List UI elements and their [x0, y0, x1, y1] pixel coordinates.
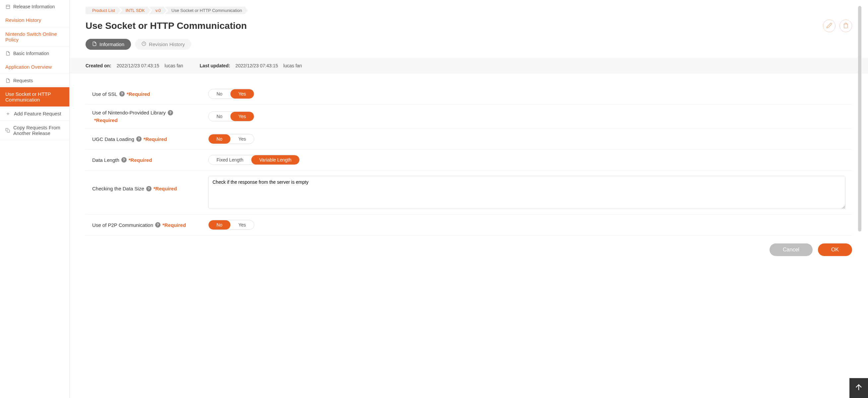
clock-icon — [142, 41, 146, 47]
toggle-ssl-no[interactable]: No — [209, 89, 230, 98]
toggle-variable-length[interactable]: Variable Length — [251, 155, 300, 164]
footer-actions: Cancel OK — [86, 236, 852, 264]
sidebar-section-label: Requests — [13, 78, 33, 83]
sidebar-item-label: Add Feature Request — [14, 111, 61, 116]
copy-icon — [5, 128, 10, 133]
sidebar-item-nso-policy[interactable]: Nintendo Switch Online Policy — [0, 27, 69, 47]
main-content: Product List INTL SDK v.0 Use Socket or … — [70, 0, 868, 398]
tab-revision-history[interactable]: Revision History — [135, 39, 191, 50]
toggle-fixed-length[interactable]: Fixed Length — [209, 155, 251, 164]
updated-date: 2022/12/23 07:43:15 — [236, 63, 278, 68]
document-icon — [92, 41, 97, 47]
required-badge: *Required — [92, 117, 202, 123]
breadcrumb-current: Use Socket or HTTP Communication — [165, 7, 248, 14]
pencil-icon — [826, 23, 832, 30]
toggle-ugc-no[interactable]: No — [209, 134, 230, 144]
sidebar-item-label: Copy Requests From Another Release — [13, 125, 64, 136]
edit-button[interactable] — [823, 20, 836, 32]
svg-rect-0 — [6, 5, 10, 8]
form-row-nintendo-lib: Use of Nintendo-Provided Library ? *Requ… — [86, 104, 852, 129]
help-icon[interactable]: ? — [136, 136, 142, 142]
sidebar-item-add-feature[interactable]: Add Feature Request — [0, 107, 69, 121]
toggle-ssl-yes[interactable]: Yes — [230, 89, 254, 98]
toggle-p2p-no[interactable]: No — [209, 220, 230, 229]
sidebar-item-app-overview[interactable]: Application Overview — [0, 60, 69, 74]
plus-icon — [5, 111, 10, 116]
created-date: 2022/12/23 07:43:15 — [117, 63, 159, 68]
tab-label: Revision History — [149, 41, 185, 47]
arrow-up-icon — [854, 383, 863, 393]
created-user: lucas fan — [164, 63, 183, 68]
toggle-nintendo-lib-no[interactable]: No — [209, 112, 230, 121]
toggle-p2p: No Yes — [208, 220, 254, 230]
toggle-p2p-yes[interactable]: Yes — [230, 220, 254, 229]
required-badge: *Required — [154, 186, 177, 191]
toggle-data-length: Fixed Length Variable Length — [208, 155, 300, 165]
sidebar-item-copy-requests[interactable]: Copy Requests From Another Release — [0, 121, 69, 140]
breadcrumb-intl-sdk[interactable]: INTL SDK — [119, 7, 151, 14]
form-row-data-size: Checking the Data Size ? *Required — [86, 171, 852, 215]
delete-button[interactable] — [839, 20, 852, 32]
toggle-ugc: No Yes — [208, 134, 254, 144]
required-badge: *Required — [129, 157, 152, 163]
form-row-p2p: Use of P2P Communication ? *Required No … — [86, 215, 852, 236]
form-row-data-length: Data Length ? *Required Fixed Length Var… — [86, 150, 852, 171]
updated-user: lucas fan — [283, 63, 302, 68]
scrollbar[interactable] — [858, 6, 861, 232]
help-icon[interactable]: ? — [119, 91, 125, 96]
sidebar-section-release-info: Release Information — [0, 0, 69, 13]
created-label: Created on: — [86, 63, 112, 68]
sidebar-section-label: Release Information — [13, 4, 55, 9]
tab-label: Information — [99, 41, 124, 47]
form-row-ssl: Use of SSL ? *Required No Yes — [86, 84, 852, 104]
help-icon[interactable]: ? — [155, 222, 160, 227]
toggle-nintendo-lib: No Yes — [208, 112, 254, 121]
sidebar: Release Information Revision History Nin… — [0, 0, 70, 398]
form-row-ugc: UGC Data Loading ? *Required No Yes — [86, 129, 852, 150]
required-badge: *Required — [127, 91, 150, 97]
document-icon — [5, 78, 10, 83]
help-icon[interactable]: ? — [121, 157, 127, 162]
sidebar-item-socket-http[interactable]: Use Socket or HTTP Communication — [0, 87, 69, 107]
toggle-ugc-yes[interactable]: Yes — [230, 134, 254, 144]
tabs: Information Revision History — [86, 39, 852, 50]
breadcrumb-v0[interactable]: v.0 — [149, 7, 167, 14]
toggle-nintendo-lib-yes[interactable]: Yes — [230, 112, 254, 121]
page-title: Use Socket or HTTP Communication — [86, 21, 247, 31]
calendar-icon — [5, 4, 10, 9]
field-label: Checking the Data Size — [92, 186, 144, 191]
breadcrumb-product-list[interactable]: Product List — [86, 7, 121, 14]
field-label: Use of P2P Communication — [92, 222, 153, 228]
sidebar-section-basic-info: Basic Information — [0, 47, 69, 60]
cancel-button[interactable]: Cancel — [770, 243, 813, 256]
help-icon[interactable]: ? — [146, 186, 152, 191]
data-size-textarea[interactable] — [208, 176, 845, 209]
svg-rect-4 — [7, 130, 10, 132]
sidebar-section-requests: Requests — [0, 74, 69, 87]
meta-bar: Created on: 2022/12/23 07:43:15 lucas fa… — [70, 58, 868, 73]
field-label: Use of SSL — [92, 91, 117, 97]
field-label: Use of Nintendo-Provided Library — [92, 110, 166, 115]
breadcrumb: Product List INTL SDK v.0 Use Socket or … — [86, 7, 852, 14]
field-label: UGC Data Loading — [92, 136, 134, 142]
field-label: Data Length — [92, 157, 119, 163]
sidebar-section-label: Basic Information — [13, 51, 49, 56]
ok-button[interactable]: OK — [818, 243, 852, 256]
tab-information[interactable]: Information — [86, 39, 131, 50]
document-icon — [5, 51, 10, 56]
trash-icon — [843, 23, 849, 30]
required-badge: *Required — [162, 222, 186, 228]
sidebar-item-revision-history[interactable]: Revision History — [0, 13, 69, 27]
required-badge: *Required — [144, 136, 167, 142]
toggle-ssl: No Yes — [208, 89, 254, 99]
updated-label: Last updated: — [199, 63, 230, 68]
scroll-to-top-button[interactable] — [849, 378, 868, 398]
help-icon[interactable]: ? — [168, 110, 173, 115]
